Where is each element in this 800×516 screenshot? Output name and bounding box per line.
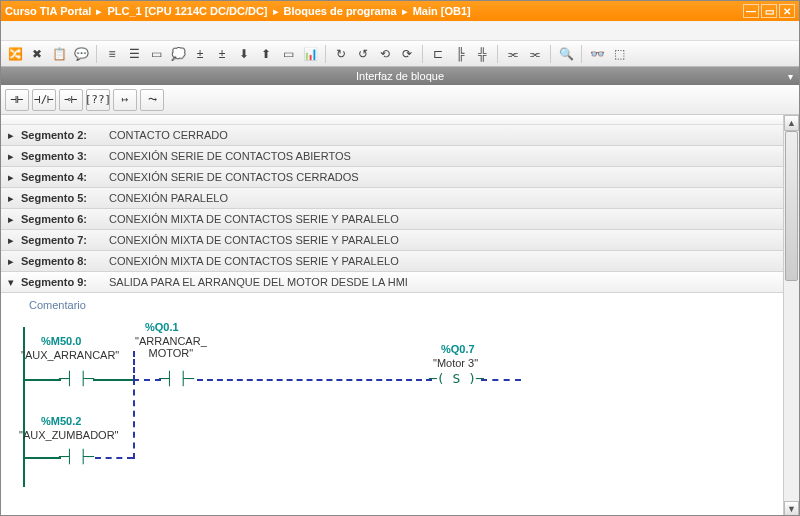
wire-link — [133, 379, 161, 381]
interface-label: Interfaz de bloque — [356, 70, 444, 82]
expand-arrow-icon[interactable]: ▸ — [1, 213, 21, 226]
segment-name: Segmento 3: — [21, 150, 109, 162]
vertical-scrollbar[interactable]: ▲ ▼ — [783, 115, 799, 516]
segment-desc: SALIDA PARA EL ARRANQUE DEL MOTOR DESDE … — [109, 276, 408, 288]
breadcrumb-4[interactable]: Main [OB1] — [413, 5, 471, 17]
scroll-down-button[interactable]: ▼ — [784, 501, 799, 516]
tool-btn[interactable]: ☰ — [124, 44, 144, 64]
expand-arrow-icon[interactable]: ▸ — [1, 129, 21, 142]
no-contact[interactable]: ─┤ ├─ — [159, 371, 193, 386]
segment-row[interactable]: ▸Segmento 7:CONEXIÓN MIXTA DE CONTACTOS … — [1, 230, 783, 251]
tool-btn[interactable]: ╠ — [450, 44, 470, 64]
scroll-thumb[interactable] — [785, 131, 798, 281]
segment-desc: CONEXIÓN SERIE DE CONTACTOS ABIERTOS — [109, 150, 351, 162]
tool-btn[interactable]: ✖ — [27, 44, 47, 64]
tool-btn[interactable]: ▭ — [278, 44, 298, 64]
operand-address: %Q0.7 — [441, 343, 475, 355]
segment-row-open[interactable]: ▾ Segmento 9: SALIDA PARA EL ARRANQUE DE… — [1, 272, 783, 293]
segment-comment[interactable]: Comentario — [1, 293, 783, 317]
expand-arrow-icon[interactable]: ▸ — [1, 171, 21, 184]
tool-btn[interactable]: ⫘ — [503, 44, 523, 64]
segment-row[interactable]: ▸Segmento 4:CONEXIÓN SERIE DE CONTACTOS … — [1, 167, 783, 188]
ladder-palette: ⊣⊢ ⊣/⊢ ⊸⊢ [??] ↦ ⤳ — [1, 85, 799, 115]
segment-desc: CONTACTO CERRADO — [109, 129, 228, 141]
segment-desc: CONEXIÓN SERIE DE CONTACTOS CERRADOS — [109, 171, 359, 183]
tool-btn[interactable]: 🔀 — [5, 44, 25, 64]
palette-no-contact[interactable]: ⊣⊢ — [5, 89, 29, 111]
tool-btn[interactable]: ↺ — [353, 44, 373, 64]
operand-address: %M50.0 — [41, 335, 81, 347]
segment-row[interactable]: ▸Segmento 6:CONEXIÓN MIXTA DE CONTACTOS … — [1, 209, 783, 230]
editor-workspace: ▸Segmento 2:CONTACTO CERRADO▸Segmento 3:… — [1, 115, 799, 516]
expand-arrow-icon[interactable]: ▸ — [1, 150, 21, 163]
tool-btn[interactable]: ± — [212, 44, 232, 64]
tool-btn[interactable]: ± — [190, 44, 210, 64]
segment-name: Segmento 5: — [21, 192, 109, 204]
block-interface-header[interactable]: Interfaz de bloque ▾ — [1, 67, 799, 85]
segment-desc: CONEXIÓN PARALELO — [109, 192, 228, 204]
minimize-button[interactable]: — — [743, 4, 759, 18]
segment-row[interactable]: ▸Segmento 3:CONEXIÓN SERIE DE CONTACTOS … — [1, 146, 783, 167]
segment-row[interactable]: ▸Segmento 5:CONEXIÓN PARALELO — [1, 188, 783, 209]
expand-arrow-icon[interactable]: ▸ — [1, 192, 21, 205]
set-coil[interactable]: ─( S )─ — [429, 371, 484, 386]
maximize-button[interactable]: ▭ — [761, 4, 777, 18]
title-bar: Curso TIA Portal ▸ PLC_1 [CPU 1214C DC/D… — [1, 1, 799, 21]
wire — [23, 379, 61, 381]
segment-row[interactable]: ▸Segmento 8:CONEXIÓN MIXTA DE CONTACTOS … — [1, 251, 783, 272]
breadcrumb-1[interactable]: Curso TIA Portal — [5, 5, 91, 17]
operand-symbol: "AUX_ARRANCAR" — [21, 349, 119, 361]
palette-box[interactable]: [??] — [86, 89, 110, 111]
segment-desc: CONEXIÓN MIXTA DE CONTACTOS SERIE Y PARA… — [109, 234, 399, 246]
wire — [23, 457, 61, 459]
segment-row[interactable]: ▸Segmento 2:CONTACTO CERRADO — [1, 125, 783, 146]
toolbar-spacer — [1, 21, 799, 41]
no-contact[interactable]: ─┤ ├─ — [59, 449, 93, 464]
tool-btn[interactable]: ≡ — [102, 44, 122, 64]
segment-name: Segmento 8: — [21, 255, 109, 267]
tool-btn[interactable]: ╬ — [472, 44, 492, 64]
tool-btn[interactable]: ⟲ — [375, 44, 395, 64]
tool-btn[interactable]: ↻ — [331, 44, 351, 64]
tool-btn[interactable]: 👓 — [587, 44, 607, 64]
main-toolbar: 🔀 ✖ 📋 💬 ≡ ☰ ▭ 💭 ± ± ⬇ ⬆ ▭ 📊 ↻ ↺ ⟲ ⟳ ⊏ ╠ … — [1, 41, 799, 67]
collapse-arrow-icon[interactable]: ▾ — [1, 276, 21, 289]
segment-name: Segmento 6: — [21, 213, 109, 225]
segment-name: Segmento 7: — [21, 234, 109, 246]
operand-symbol: "Motor 3" — [433, 357, 478, 369]
breadcrumb-2[interactable]: PLC_1 [CPU 1214C DC/DC/DC] — [107, 5, 267, 17]
palette-coil[interactable]: ⊸⊢ — [59, 89, 83, 111]
segment-name: Segmento 2: — [21, 129, 109, 141]
no-contact[interactable]: ─┤ ├─ — [59, 371, 93, 386]
tool-btn[interactable]: ⊏ — [428, 44, 448, 64]
tool-btn[interactable]: ⟳ — [397, 44, 417, 64]
tool-btn[interactable]: ⬚ — [609, 44, 629, 64]
breadcrumb-3[interactable]: Bloques de programa — [284, 5, 397, 17]
tool-btn[interactable]: ⫘ — [525, 44, 545, 64]
chevron-down-icon[interactable]: ▾ — [788, 68, 793, 86]
tool-btn[interactable]: ⬇ — [234, 44, 254, 64]
tool-btn[interactable]: ▭ — [146, 44, 166, 64]
palette-nc-contact[interactable]: ⊣/⊢ — [32, 89, 56, 111]
segment-row-partial — [1, 115, 783, 125]
tool-btn[interactable]: 📋 — [49, 44, 69, 64]
palette-branch-close[interactable]: ⤳ — [140, 89, 164, 111]
wire-link — [133, 379, 135, 459]
wire — [93, 379, 133, 381]
expand-arrow-icon[interactable]: ▸ — [1, 255, 21, 268]
close-button[interactable]: ✕ — [779, 4, 795, 18]
tool-btn[interactable]: 🔍 — [556, 44, 576, 64]
operand-address: %Q0.1 — [145, 321, 179, 333]
palette-branch-open[interactable]: ↦ — [113, 89, 137, 111]
tool-btn[interactable]: 💬 — [71, 44, 91, 64]
expand-arrow-icon[interactable]: ▸ — [1, 234, 21, 247]
tool-btn[interactable]: 💭 — [168, 44, 188, 64]
wire-link — [95, 457, 133, 459]
tool-btn[interactable]: ⬆ — [256, 44, 276, 64]
operand-symbol: "ARRANCAR_ MOTOR" — [135, 335, 207, 359]
wire-link — [481, 379, 521, 381]
scroll-up-button[interactable]: ▲ — [784, 115, 799, 131]
segment-name: Segmento 9: — [21, 276, 109, 288]
tool-btn[interactable]: 📊 — [300, 44, 320, 64]
ladder-network[interactable]: %M50.0 "AUX_ARRANCAR" ─┤ ├─ %Q0.1 "ARRAN… — [1, 317, 783, 497]
